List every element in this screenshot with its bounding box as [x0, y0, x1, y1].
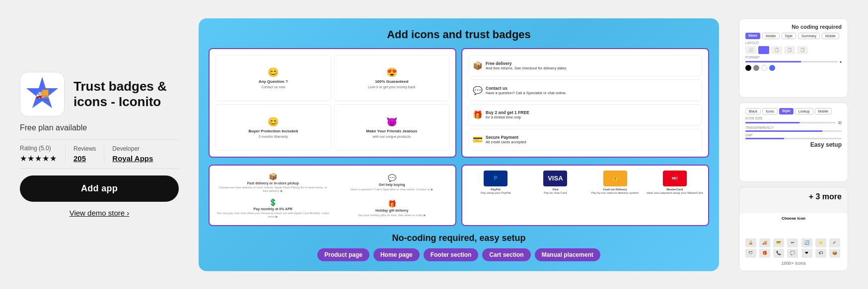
reviews-count: 205 [73, 154, 96, 163]
swatch-gray[interactable] [753, 65, 759, 71]
add-app-button[interactable]: Add app [20, 175, 179, 202]
paypal-item: P PayPalPay using your PayPal [467, 171, 524, 196]
badge-grid-left: 😊 Any Question ? Contact us now 😍 100% G… [216, 55, 449, 151]
preview-cards-top: 😊 Any Question ? Contact us now 😍 100% G… [209, 48, 709, 158]
rating-label: Rating (5.0) [20, 145, 57, 152]
layout-label: LAYOUT [745, 41, 842, 45]
mobile-tab[interactable]: Mobile [762, 33, 780, 39]
icon-cell: 🚚 [759, 238, 770, 247]
mini-icon: 📋 [771, 46, 782, 54]
mastercard-text: MasterCardclear your payment using your … [647, 188, 703, 196]
home-page-pill[interactable]: Home page [373, 248, 420, 261]
developer-label: Developer [112, 145, 153, 152]
more-card: + 3 more Choose icon 🔒 🚚 💳 ↩ 🔄 ⭐ ✓ 🛡 🎁 📞… [739, 187, 848, 271]
cash-logo: 💰 [603, 171, 627, 186]
icon-cell: 📦 [829, 249, 840, 258]
style-tab[interactable]: Style [782, 33, 796, 39]
swatch-black[interactable] [745, 65, 751, 71]
icon-cell: 🎁 [759, 249, 770, 258]
top-right-card: 📦 Free deliveryAnd free returns. See che… [461, 48, 709, 158]
choose-icon-header: Choose icon [742, 216, 845, 221]
manual-placement-pill[interactable]: Manual placement [535, 248, 600, 261]
left-section: 🚚 Trust badges & icons - Iconito Free pl… [20, 72, 179, 217]
size-slider-row: 32 [745, 121, 842, 124]
bottom-left-card: 📦 Fast delivery or in-store pickup Choos… [209, 165, 456, 226]
free-plan-label: Free plan available [20, 123, 179, 132]
payment-logos: P PayPalPay using your PayPal VISA VisaP… [467, 171, 703, 196]
icon-cell: 🔄 [801, 238, 812, 247]
icon-cell: 💳 [773, 238, 784, 247]
top-left-card: 😊 Any Question ? Contact us now 😍 100% G… [209, 48, 456, 158]
gap-slider[interactable] [745, 138, 842, 139]
rating-item: Rating (5.0) ★★★★★ [20, 145, 66, 163]
right-badges: 📦 Free deliveryAnd free returns. See che… [468, 55, 702, 151]
badge-item: 😊 Any Question ? Contact us now [216, 55, 331, 102]
black-tab[interactable]: Black [745, 108, 761, 115]
bottom-cards: 📦 Fast delivery or in-store pickup Choos… [209, 165, 709, 226]
main-preview: Add icons and trust badges 😊 Any Questio… [199, 18, 719, 271]
icon-cell: 🔒 [745, 238, 756, 247]
right-section: No coding required Store Mobile Style Su… [739, 18, 848, 271]
icon-cell: 📞 [773, 249, 784, 258]
app-title: Trust badges & icons - Iconito [73, 79, 167, 110]
icons-count-label: 1000+ icons [742, 261, 845, 266]
reviews-item: Reviews 205 [66, 145, 104, 163]
style-tabs: Black Icons Style Lookup Mobile [745, 108, 842, 115]
easy-setup-label: Easy setup [745, 141, 842, 148]
mini-icon [758, 46, 769, 54]
visa-text: VisaPay by Visa Card [544, 188, 567, 196]
transparency-slider[interactable] [745, 130, 842, 132]
icon-cell: ❤ [801, 249, 812, 258]
small-badge: 📦 Fast delivery or in-store pickup Choos… [215, 171, 332, 194]
mini-tabs: Store Mobile Style Summary Mobile [745, 33, 842, 39]
product-page-pill[interactable]: Product page [317, 248, 369, 261]
swatch-blue[interactable] [769, 65, 775, 71]
style-tab2[interactable]: Style [779, 108, 794, 115]
no-coding-card: No coding required Store Mobile Style Su… [739, 18, 848, 98]
icons-tab[interactable]: Icons [762, 108, 778, 115]
mobile3-tab[interactable]: Mobile [815, 108, 832, 115]
store-tab[interactable]: Store [745, 33, 760, 39]
no-coding-title: No-coding required, easy setup [209, 233, 709, 243]
badge-item: 😊 Buyer Protection Included 3 months War… [216, 104, 331, 151]
lookup-tab[interactable]: Lookup [795, 108, 813, 115]
icon-cell: 🏷 [815, 249, 826, 258]
easy-setup-card: Black Icons Style Lookup Mobile ICON SIZ… [739, 103, 848, 182]
demo-link[interactable]: View demo store › [20, 209, 179, 217]
gap-slider-row [745, 138, 842, 139]
placement-pills: Product page Home page Footer section Ca… [209, 248, 709, 261]
summary-tab[interactable]: Summary [798, 33, 820, 39]
right-badge-item: 💬 Contact usHave a question? Call a Spec… [468, 79, 702, 101]
icon-size-label: ICON SIZE [745, 116, 842, 120]
swatch-white[interactable] [761, 65, 767, 71]
meta-row: Rating (5.0) ★★★★★ Reviews 205 Developer… [20, 139, 179, 169]
app-icon: 🚚 [20, 72, 65, 116]
format-label: FORMAT [745, 56, 842, 59]
visa-logo: VISA [543, 171, 567, 186]
small-badge: 🎁 Holiday gift delivery Get your holiday… [334, 196, 451, 220]
mini-icon: ⬜ [745, 46, 756, 54]
payment-card: P PayPalPay using your PayPal VISA VisaP… [461, 165, 709, 226]
reviews-label: Reviews [73, 145, 96, 152]
color-swatches [745, 65, 842, 71]
icon-cell: ⭐ [815, 238, 826, 247]
icon-cell: ✓ [829, 238, 840, 247]
cart-section-pill[interactable]: Cart section [482, 248, 530, 261]
icons-grid: 🔒 🚚 💳 ↩ 🔄 ⭐ ✓ 🛡 🎁 📞 💬 ❤ 🏷 📦 [742, 235, 845, 261]
small-badge: 💬 Get help buying Have a question? Call … [334, 171, 451, 194]
right-badge-item: 🎁 Buy 2 and get 1 FREEfor a limited time… [468, 104, 702, 126]
transparency-slider-row [745, 130, 842, 132]
mobile2-tab[interactable]: Mobile [822, 33, 839, 39]
slider[interactable] [745, 61, 838, 62]
gap-label: GAP [745, 133, 842, 137]
mastercard-item: MC MasterCardclear your payment using yo… [647, 171, 703, 196]
icon-cell: 🛡 [745, 249, 756, 258]
icon-cell: 💬 [787, 249, 798, 258]
transparency-label: TRANSPARENCY [745, 126, 842, 129]
developer-item: Developer Royal Apps [104, 145, 161, 163]
cash-text: Cash on DeliveryPay by our cash-on-deliv… [591, 188, 639, 196]
more-label: + 3 more [809, 192, 842, 201]
footer-section-pill[interactable]: Footer section [424, 248, 479, 261]
size-slider[interactable] [745, 122, 836, 123]
paypal-text: PayPalPay using your PayPal [481, 188, 510, 196]
